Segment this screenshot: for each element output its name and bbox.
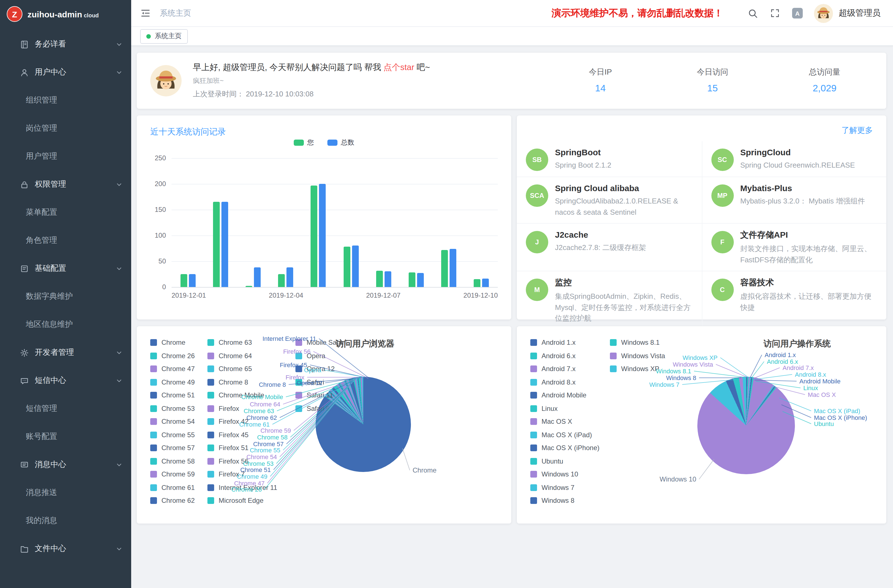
fullscreen-icon[interactable] [770,8,780,18]
tech-title: Spring Cloud alibaba [555,183,692,193]
legend-item[interactable]: Chrome [150,338,195,346]
legend-item[interactable]: Chrome 58 [150,457,195,465]
sidebar-item-label: 消息推送 [26,488,57,498]
legend-item[interactable]: Chrome 62 [150,497,195,504]
legend-marker [207,497,214,504]
legend-item[interactable]: Mac OS X (iPhone) [530,444,600,452]
sidebar-item-sms-center[interactable]: 短信中心 [0,367,131,395]
bar-group [204,158,236,287]
sidebar-item-area-info[interactable]: 地区信息维护 [0,311,131,338]
legend-item[interactable]: Windows 10 [530,470,600,478]
tech-body: J2cacheJ2cache2.7.8: 二级缓存框架 [555,230,646,265]
tab-home[interactable]: 系统主页 [140,29,188,44]
legend-item[interactable]: Windows 8 [530,497,600,504]
sidebar-item-data-dict[interactable]: 数据字典维护 [0,283,131,311]
legend-item[interactable]: Chrome 51 [150,391,195,399]
greeting-avatar [150,65,182,96]
legend-marker [610,365,616,372]
legend-item[interactable]: Chrome 54 [150,418,195,426]
tech-item: M监控集成SpringBootAdmin、Zipkin、Redis、Mysql、… [517,271,702,329]
sidebar-item-post-manage[interactable]: 岗位管理 [0,114,131,142]
legend-marker [328,140,337,146]
tech-badge-icon: F [711,231,734,253]
legend-label: Safari 11 [307,391,333,399]
y-tick-label: 200 [137,180,166,188]
sidebar-item-file-center[interactable]: 文件中心 [0,535,131,563]
sidebar-item-label: 文件中心 [35,544,66,554]
pie-callout-label: Chrome 51 [240,466,271,473]
legend-item[interactable]: Chrome 55 [150,431,195,439]
sidebar-item-user-manage[interactable]: 用户管理 [0,142,131,170]
logo-icon: Z [7,6,23,22]
sidebar-item-menu-config[interactable]: 菜单配置 [0,199,131,226]
legend-item[interactable]: Chrome 26 [150,352,195,359]
user-avatar[interactable] [814,4,833,23]
legend-item[interactable]: 您 [294,138,314,147]
app-root: Z zuihou-admincloud 务必详看用户中心组织管理岗位管理用户管理… [0,0,893,588]
sidebar-item-permission-manage[interactable]: 权限管理 [0,170,131,199]
pie-chart [698,377,795,474]
legend-item[interactable]: Chrome 49 [150,378,195,386]
y-tick-label: 100 [137,232,166,239]
legend-item[interactable]: Safari 9 [295,405,346,412]
legend-item[interactable]: Mac OS X (iPad) [530,431,600,439]
legend-item[interactable]: Chrome 47 [150,365,195,373]
legend-item[interactable]: Chrome 53 [150,405,195,412]
pie-callout-label: Windows 8.1 [656,368,691,374]
legend-marker [207,392,214,399]
sidebar-item-developer-manage[interactable]: 开发者管理 [0,338,131,367]
legend-marker [530,445,537,451]
tech-desc: 集成SpringBootAdmin、Zipkin、Redis、Mysql、定时任… [555,291,692,324]
legend-item[interactable]: Microsoft Edge [207,497,277,504]
legend-item[interactable]: Mac OS X [530,418,600,426]
sidebar-item-org-manage[interactable]: 组织管理 [0,86,131,114]
legend-marker [530,405,537,412]
legend-item[interactable]: Ubuntu [530,457,600,465]
legend-item[interactable]: 总数 [328,138,354,147]
sidebar-item-my-message[interactable]: 我的消息 [0,507,131,535]
tech-title: 监控 [555,277,692,288]
legend-marker [530,352,537,359]
legend-item[interactable]: Android 6.x [530,352,600,359]
bar [245,286,252,287]
stat-ip-today: 今日IP14 [544,67,657,94]
pie-callout-label: Chrome 26 [231,486,262,493]
legend-item[interactable]: Safari 11 [295,391,346,399]
sidebar-item-user-center[interactable]: 用户中心 [0,58,131,86]
legend-item[interactable]: Windows 8.1 [610,338,665,346]
star-link[interactable]: 点个star [383,62,414,72]
legend-item[interactable]: Android 1.x [530,338,600,346]
pie-callout-label: Windows 8 [666,374,696,381]
legend-item[interactable]: Windows Vista [610,352,665,359]
sidebar-item-sms-manage[interactable]: 短信管理 [0,395,131,423]
sidebar-item-label: 地区信息维护 [26,319,73,329]
sidebar-item-message-center[interactable]: 消息中心 [0,451,131,479]
legend-item[interactable]: Linux [530,405,600,412]
app-logo[interactable]: Z zuihou-admincloud [0,0,131,28]
sidebar-item-must-read[interactable]: 务必详看 [0,30,131,58]
sidebar-collapse-icon[interactable] [140,8,151,18]
tech-title: J2cache [555,230,646,239]
legend-item[interactable]: Chrome 64 [207,352,277,359]
legend-item[interactable]: Android Mobile [530,391,600,399]
learn-more-link[interactable]: 了解更多 [842,126,873,136]
legend-item[interactable]: Chrome 57 [150,444,195,452]
legend-item[interactable]: Chrome 59 [150,470,195,478]
search-icon[interactable] [748,8,758,18]
legend-item[interactable]: Android 8.x [530,378,600,386]
stat-label: 总访问量 [768,67,881,77]
legend-marker [530,497,537,504]
sidebar-item-base-config[interactable]: 基础配置 [0,254,131,283]
legend-item[interactable]: Chrome 65 [207,365,277,373]
pie-callout-label: Chrome 54 [247,453,277,460]
font-size-icon[interactable]: A [792,8,803,18]
legend-item[interactable]: Chrome 61 [150,483,195,491]
legend-item[interactable]: Windows 7 [530,483,600,491]
legend-label: Chrome 8 [219,378,248,386]
username[interactable]: 超级管理员 [839,8,881,18]
sidebar-item-role-manage[interactable]: 角色管理 [0,226,131,254]
chat-icon [19,376,29,386]
legend-item[interactable]: Android 7.x [530,365,600,373]
sidebar-item-message-push[interactable]: 消息推送 [0,479,131,507]
sidebar-item-account-config[interactable]: 账号配置 [0,423,131,451]
